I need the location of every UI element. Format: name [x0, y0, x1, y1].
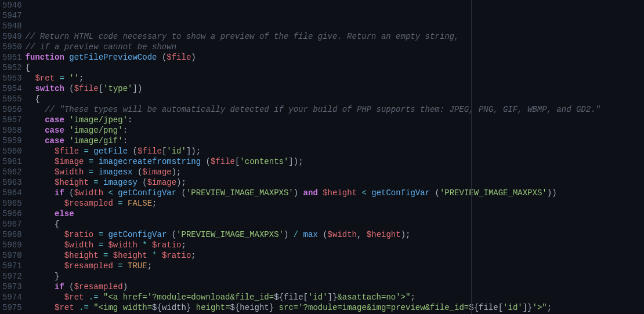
code-line[interactable]: // Return HTML code necessary to show a … [26, 31, 644, 42]
token: = [93, 178, 98, 187]
line-number: 5966 [2, 209, 22, 219]
line-number: 5955 [2, 94, 22, 104]
code-line[interactable]: if ($resampled) [26, 282, 644, 292]
code-line[interactable]: function getFilePreviewCode ($file) [26, 52, 644, 63]
token: ) [123, 282, 128, 291]
token: $width [328, 230, 357, 239]
token: [ [303, 293, 308, 302]
token [26, 220, 55, 229]
code-editor[interactable]: 5946594759485949595059515952595359545955… [0, 0, 644, 314]
line-number: 5968 [2, 229, 22, 240]
token: "<a href='?module=download&file_id= [103, 293, 274, 302]
token: { [35, 94, 39, 104]
code-line[interactable]: } [26, 271, 644, 282]
line-number: 5947 [2, 10, 22, 21]
token [108, 251, 113, 260]
token: ); [401, 230, 411, 239]
code-line[interactable]: $height = imagesy ($image); [26, 177, 644, 188]
token [26, 136, 45, 145]
token: imagesx [99, 167, 133, 177]
token: ( [69, 282, 74, 291]
token: $height [323, 188, 357, 198]
code-line[interactable]: $ret = ''; [26, 73, 644, 83]
token: "<img width= [93, 303, 152, 312]
token [93, 157, 98, 166]
code-line[interactable]: $ret .= "<img width=${width} height=${he… [26, 302, 644, 313]
token: ; [547, 303, 552, 312]
code-line[interactable]: else [26, 209, 644, 219]
token: case [45, 126, 64, 135]
token [26, 282, 55, 291]
token [26, 94, 35, 104]
code-line[interactable]: $file = getFile ($file['id']); [26, 146, 644, 156]
line-number: 5958 [2, 125, 22, 136]
token: = [118, 261, 122, 271]
token: $file [167, 53, 191, 62]
token: 'PREVIEW_IMAGE_MAXPXS' [440, 188, 547, 198]
code-line[interactable]: $resampled = FALSE; [26, 198, 644, 209]
token [26, 188, 55, 198]
token: 'contents' [240, 157, 288, 166]
code-line[interactable]: $ret .= "<a href='?module=download&file_… [26, 292, 644, 302]
token: // Return HTML code necessary to show a … [26, 32, 460, 41]
line-number: 5970 [2, 250, 22, 261]
code-line[interactable]: $width = $width * $ratio; [26, 240, 644, 250]
line-number: 5965 [2, 198, 22, 209]
token [64, 136, 69, 145]
line-number: 5967 [2, 219, 22, 229]
token: $width [64, 240, 93, 250]
token: getConfigVar [371, 188, 430, 198]
token: = [84, 147, 88, 156]
token [64, 126, 69, 135]
token [167, 230, 171, 239]
token: / [294, 230, 298, 239]
code-line[interactable]: switch ($file['type']) [26, 83, 644, 94]
token [298, 230, 303, 239]
token: ; [147, 261, 152, 271]
code-line[interactable]: $image = imagecreatefromstring ($file['c… [26, 156, 644, 167]
token [93, 240, 98, 250]
token [84, 293, 88, 302]
code-line[interactable]: $resampled = TRUE; [26, 261, 644, 271]
token: ); [176, 178, 186, 187]
token [113, 199, 118, 208]
token [26, 126, 45, 135]
token: ]); [186, 147, 201, 156]
token: imagesy [103, 178, 138, 187]
code-area[interactable]: // Return HTML code necessary to show a … [26, 0, 644, 314]
line-number: 5956 [2, 104, 22, 115]
token [64, 188, 69, 198]
code-line[interactable]: case 'image/gif': [26, 136, 644, 146]
token [64, 74, 69, 83]
code-line[interactable]: if ($width < getConfigVar ('PREVIEW_IMAG… [26, 188, 644, 198]
token: ); [172, 167, 182, 177]
token [113, 261, 118, 271]
token: getConfigVar [108, 230, 167, 239]
code-line[interactable]: // if a preview cannot be shown [26, 42, 644, 52]
code-line[interactable]: { [26, 219, 644, 229]
token: height= [191, 303, 230, 312]
code-line[interactable]: case 'image/png': [26, 125, 644, 136]
code-line[interactable]: $width = imagesx ($image); [26, 167, 644, 177]
token: $ratio [152, 240, 181, 250]
token: getFilePreviewCode [69, 53, 157, 62]
line-number: 5964 [2, 188, 22, 198]
token: ]} [523, 303, 533, 312]
code-line[interactable]: // "These types will be automatically de… [26, 104, 644, 115]
code-line[interactable]: $ratio = getConfigVar ('PREVIEW_IMAGE_MA… [26, 229, 644, 240]
token: if [55, 188, 64, 198]
code-line[interactable]: $height = $height * $ratio; [26, 250, 644, 261]
token [26, 167, 55, 177]
token: function [26, 53, 64, 62]
token [64, 282, 69, 291]
code-line[interactable]: { [26, 63, 644, 73]
token [157, 53, 161, 62]
code-line[interactable]: { [26, 94, 644, 104]
token: $width [108, 240, 137, 250]
code-line[interactable]: case 'image/jpeg': [26, 115, 644, 125]
token: .= [89, 293, 99, 302]
token [26, 105, 45, 114]
token: if [55, 282, 64, 291]
token [123, 199, 128, 208]
token [157, 251, 161, 260]
